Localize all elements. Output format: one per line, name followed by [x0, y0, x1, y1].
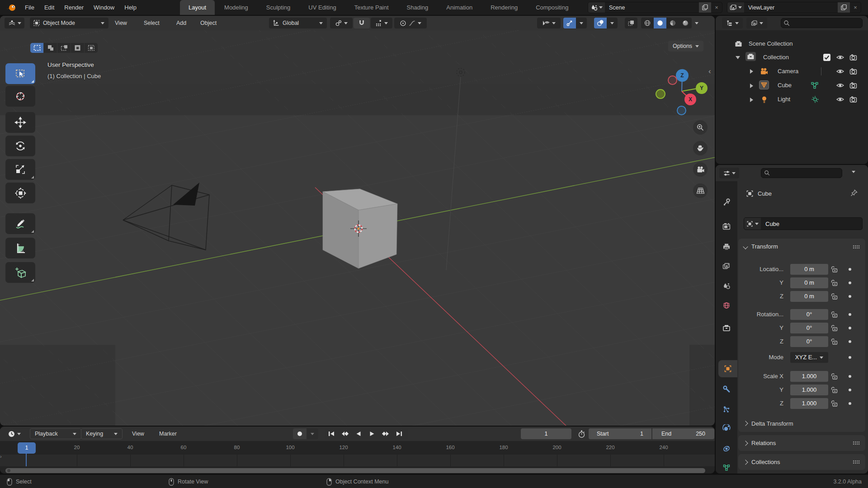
overlays-toggle[interactable] [594, 18, 618, 28]
object-name-value[interactable]: Cube [761, 221, 779, 227]
object-name-field[interactable]: Cube [744, 217, 863, 230]
keying-set-dropdown[interactable] [307, 428, 318, 439]
timeline-menu-marker[interactable]: Marker [156, 427, 180, 441]
current-frame-field[interactable]: 1 [521, 428, 571, 439]
tool-transform[interactable] [5, 183, 35, 203]
animate-dot-icon[interactable] [849, 356, 851, 359]
menu-render[interactable]: Render [59, 0, 89, 15]
toggle-perspective-grid-icon[interactable] [693, 183, 708, 198]
light-object[interactable] [457, 68, 465, 76]
transform-panel-header[interactable]: Transform [738, 239, 865, 254]
expand-arrow-icon[interactable] [750, 98, 753, 102]
menu-window[interactable]: Window [89, 0, 119, 15]
playhead-line[interactable] [26, 454, 27, 466]
gizmo-minus-y-axis[interactable] [656, 89, 665, 99]
viewlayer-name[interactable]: ViewLayer [744, 5, 838, 11]
jump-to-start-button[interactable] [325, 428, 338, 439]
outliner-search[interactable] [781, 18, 863, 28]
animate-dot-icon[interactable] [849, 340, 851, 343]
viewport-menu-object[interactable]: Object [197, 16, 220, 30]
select-mode-extend[interactable] [44, 43, 57, 53]
timeline-menu-view[interactable]: View [128, 427, 148, 441]
viewport-canvas[interactable] [0, 16, 715, 426]
rotation-mode-dropdown[interactable]: XYZ E... [790, 352, 828, 363]
disable-render-camera-icon[interactable] [849, 82, 857, 89]
select-mode-subtract[interactable] [57, 43, 71, 53]
options-button[interactable]: Options [668, 41, 703, 52]
tool-add-cube[interactable] [5, 262, 35, 283]
lock-open-icon[interactable] [831, 265, 838, 273]
tab-object-data[interactable] [716, 459, 737, 474]
region-collapse-arrow[interactable]: ‹ [708, 67, 711, 76]
animate-dot-icon[interactable] [849, 295, 851, 298]
menu-edit[interactable]: Edit [39, 0, 59, 15]
gizmo-z-axis[interactable]: Z [676, 69, 689, 82]
workspace-tab-texture-paint[interactable]: Texture Paint [346, 0, 397, 15]
outliner-label[interactable]: Cube [778, 79, 792, 92]
outliner-row-light[interactable]: Light [716, 93, 868, 106]
animate-dot-icon[interactable] [849, 282, 851, 284]
timeline-editor[interactable]: Playback Keying View Marker 1 Start [0, 427, 715, 474]
tool-select-box[interactable] [5, 63, 35, 84]
tab-output[interactable] [716, 238, 737, 255]
tool-move[interactable] [5, 112, 35, 133]
zoom-view-icon[interactable] [693, 120, 708, 135]
rotation-x-field[interactable]: 0° [790, 309, 828, 320]
location-y-field[interactable]: 0 m [790, 277, 828, 288]
panel-drag-handle[interactable] [853, 460, 860, 464]
tab-world[interactable] [716, 297, 737, 314]
lock-open-icon[interactable] [831, 399, 838, 407]
snap-target-selector[interactable] [330, 18, 353, 28]
animate-dot-icon[interactable] [849, 389, 851, 391]
timeline-ruler[interactable]: 20406080100120140160180200220240 [0, 441, 715, 455]
panel-drag-handle[interactable] [853, 245, 860, 249]
animate-dot-icon[interactable] [849, 402, 851, 405]
rotation-y-field[interactable]: 0° [790, 323, 828, 333]
pan-view-hand-icon[interactable] [693, 141, 708, 155]
new-scene-icon[interactable] [699, 2, 711, 13]
shading-dropdown[interactable] [692, 18, 702, 28]
tab-tool[interactable] [716, 193, 737, 211]
hide-eye-icon[interactable] [836, 68, 844, 75]
shading-rendered-icon[interactable] [679, 18, 692, 28]
relations-panel[interactable]: Relations [738, 435, 865, 451]
tool-measure[interactable] [5, 238, 35, 258]
outliner-row-camera[interactable]: Camera [716, 65, 868, 78]
timeline-editor-type[interactable] [4, 428, 24, 439]
gizmo-x-axis[interactable]: X [684, 94, 696, 105]
tab-collection[interactable] [716, 319, 737, 337]
location-x-field[interactable]: 0 m [790, 264, 828, 275]
menu-help[interactable]: Help [119, 0, 142, 15]
viewlayer-selector[interactable]: ViewLayer × [727, 2, 861, 13]
animate-dot-icon[interactable] [849, 268, 851, 271]
camera-view-icon[interactable] [693, 162, 708, 177]
timeline-expand-arrow[interactable]: › [0, 454, 2, 459]
outliner-label[interactable]: Light [778, 93, 790, 106]
viewport-menu-add[interactable]: Add [173, 16, 190, 30]
select-mode-invert[interactable] [71, 43, 84, 53]
properties-editor-type[interactable] [719, 168, 739, 178]
workspace-tab-layout[interactable]: Layout [180, 0, 215, 15]
new-viewlayer-icon[interactable] [838, 2, 850, 13]
remove-viewlayer-icon[interactable]: × [850, 4, 861, 11]
outliner-label[interactable]: Camera [778, 65, 798, 78]
tab-constraints[interactable] [716, 440, 737, 457]
snap-with-selector[interactable] [371, 18, 392, 28]
delta-transform-section[interactable]: Delta Transform [744, 417, 793, 430]
gizmo-minus-z-axis[interactable] [677, 106, 686, 115]
scene-icon[interactable] [588, 2, 605, 13]
lock-open-icon[interactable] [831, 292, 838, 300]
transform-orientation-selector[interactable]: Global [269, 18, 327, 28]
location-z-field[interactable]: 0 m [790, 291, 828, 302]
playhead-badge[interactable]: 1 [18, 442, 36, 454]
scrollbar-zoom-handle[interactable] [7, 469, 10, 472]
lock-open-icon[interactable] [831, 310, 838, 318]
lock-open-icon[interactable] [831, 324, 838, 332]
playback-menu[interactable]: Playback [30, 428, 81, 439]
start-frame-field[interactable]: Start 1 [589, 428, 651, 439]
outliner-display-mode[interactable] [746, 18, 767, 28]
record-icon[interactable] [293, 428, 307, 439]
object-id-icon[interactable] [744, 218, 761, 230]
overlays-icon[interactable] [594, 18, 607, 28]
editor-type-selector[interactable] [5, 18, 24, 28]
